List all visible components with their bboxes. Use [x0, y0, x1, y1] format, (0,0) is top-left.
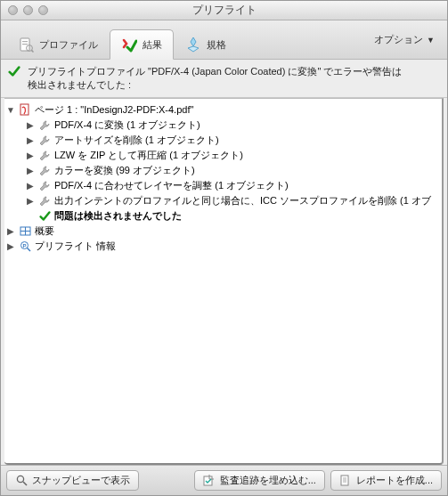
titlebar: プリフライト [1, 1, 447, 20]
svg-text:P: P [22, 243, 26, 248]
wrench-icon [38, 164, 51, 176]
footer: スナップビューで表示 監査追跡を埋め込む... レポートを作成... [1, 465, 447, 495]
profile-icon [18, 37, 34, 53]
svg-rect-1 [22, 41, 28, 42]
disclosure-closed-icon[interactable]: ▶ [26, 120, 35, 129]
svg-marker-6 [188, 46, 199, 52]
options-menu[interactable]: オプション ▼ [367, 30, 442, 49]
create-report-button[interactable]: レポートを作成... [330, 470, 442, 491]
wrench-icon [38, 194, 51, 207]
tree-overview-row[interactable]: ▶ 概要 [4, 224, 442, 239]
fixup-label: PDF/X-4 に合わせてレイヤーを調整 (1 オブジェクト) [54, 179, 289, 192]
disclosure-closed-icon[interactable]: ▶ [26, 166, 35, 175]
summary-line2: 検出されませんでした : [28, 78, 402, 92]
svg-line-4 [31, 50, 33, 52]
page-label: ページ 1 : "InDesignJ2-PDF:X-4.pdf" [35, 103, 193, 117]
disclosure-closed-icon[interactable]: ▶ [26, 181, 35, 190]
tree-preflightinfo-row[interactable]: ▶ P プリフライト 情報 [4, 239, 442, 254]
toolbar: プロファイル 結果 規格 オプション ▼ [1, 20, 447, 60]
disclosure-closed-icon[interactable]: ▶ [26, 150, 35, 159]
disclosure-closed-icon[interactable]: ▶ [26, 196, 35, 205]
tab-profile-label: プロファイル [39, 38, 98, 52]
svg-line-15 [23, 482, 27, 485]
overview-icon [19, 224, 31, 237]
tree-fixup-row[interactable]: ▶ アートサイズを削除 (1 オブジェクト) [4, 133, 442, 148]
magnifier-icon [15, 475, 28, 487]
results-tree[interactable]: ▼ ページ 1 : "InDesignJ2-PDF:X-4.pdf" ▶ PDF… [4, 98, 444, 465]
embed-icon [203, 475, 216, 487]
tree-fixup-row[interactable]: ▶ LZW を ZIP として再圧縮 (1 オブジェクト) [4, 148, 442, 163]
create-report-label: レポートを作成... [356, 474, 433, 487]
snapview-button[interactable]: スナップビューで表示 [6, 470, 139, 491]
disclosure-closed-icon[interactable]: ▶ [6, 226, 15, 235]
tree-page-row[interactable]: ▼ ページ 1 : "InDesignJ2-PDF:X-4.pdf" [4, 102, 442, 118]
svg-marker-5 [191, 37, 196, 46]
embed-audit-label: 監査追跡を埋め込む... [220, 474, 316, 487]
preflight-info-icon: P [19, 240, 31, 252]
wrench-icon [38, 149, 51, 161]
wrench-icon [38, 179, 51, 191]
tab-results-label: 結果 [143, 38, 162, 52]
preflight-info-label: プリフライト 情報 [35, 240, 116, 253]
tree-fixup-row[interactable]: ▶ カラーを変換 (99 オブジェクト) [4, 163, 442, 178]
tab-profile[interactable]: プロファイル [6, 29, 110, 60]
report-icon [339, 475, 352, 487]
check-icon [8, 65, 20, 77]
fixup-label: LZW を ZIP として再圧縮 (1 オブジェクト) [54, 149, 243, 162]
tree-fixup-row[interactable]: ▶ PDF/X-4 に合わせてレイヤーを調整 (1 オブジェクト) [4, 178, 442, 193]
tab-standards[interactable]: 規格 [174, 29, 238, 60]
pdf-icon [19, 103, 31, 116]
fixup-label: カラーを変換 (99 オブジェクト) [54, 164, 195, 177]
result-summary: プリフライトプロファイル "PDF/X-4 (Japan Color Coate… [1, 60, 447, 98]
check-icon [38, 209, 51, 222]
overview-label: 概要 [35, 224, 54, 238]
svg-rect-2 [22, 44, 28, 45]
window-title: プリフライト [1, 3, 447, 18]
disclosure-open-icon[interactable]: ▼ [6, 105, 15, 114]
wrench-icon [38, 134, 51, 146]
svg-point-14 [17, 476, 23, 482]
standards-icon [185, 37, 201, 53]
summary-line1: プリフライトプロファイル "PDF/X-4 (Japan Color Coate… [28, 65, 402, 78]
tab-results[interactable]: 結果 [110, 29, 174, 60]
svg-rect-16 [204, 476, 212, 485]
chevron-down-icon: ▼ [427, 36, 435, 45]
tree-fixup-row[interactable]: ▶ 出力インテントのプロファイルと同じ場合に、ICC ソースプロファイルを削除 … [4, 193, 442, 208]
snapview-label: スナップビューで表示 [32, 474, 130, 487]
no-problems-label: 問題は検出されませんでした [54, 209, 182, 223]
tree-noproblem-row[interactable]: ▶ 問題は検出されませんでした [4, 208, 442, 224]
tab-standards-label: 規格 [207, 38, 226, 52]
options-label: オプション [374, 33, 423, 46]
fixup-label: 出力インテントのプロファイルと同じ場合に、ICC ソースプロファイルを削除 (1… [54, 194, 431, 207]
results-icon [121, 37, 137, 53]
fixup-label: アートサイズを削除 (1 オブジェクト) [54, 134, 219, 147]
svg-line-13 [27, 248, 30, 251]
embed-audit-button[interactable]: 監査追跡を埋め込む... [194, 470, 325, 491]
wrench-icon [38, 118, 51, 131]
disclosure-closed-icon[interactable]: ▶ [26, 135, 35, 144]
fixup-label: PDF/X-4 に変換 (1 オブジェクト) [54, 118, 200, 132]
disclosure-closed-icon[interactable]: ▶ [6, 241, 15, 250]
tree-fixup-row[interactable]: ▶ PDF/X-4 に変換 (1 オブジェクト) [4, 118, 442, 133]
